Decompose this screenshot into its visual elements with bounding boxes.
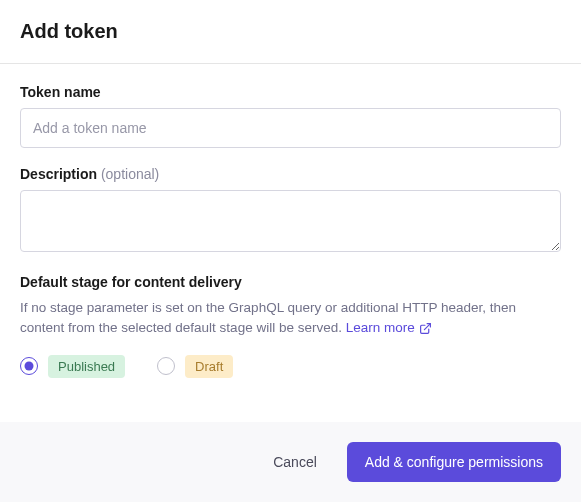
stage-radio-draft[interactable] bbox=[157, 357, 175, 375]
stage-radio-published[interactable] bbox=[20, 357, 38, 375]
stage-tag-draft: Draft bbox=[185, 355, 233, 378]
description-label: Description (optional) bbox=[20, 166, 561, 182]
external-link-icon bbox=[419, 322, 432, 335]
description-field: Description (optional) bbox=[20, 166, 561, 256]
learn-more-link[interactable]: Learn more bbox=[346, 318, 432, 338]
add-configure-permissions-button[interactable]: Add & configure permissions bbox=[347, 442, 561, 482]
dialog-content: Token name Description (optional) Defaul… bbox=[0, 64, 581, 422]
token-name-field: Token name bbox=[20, 84, 561, 148]
learn-more-text: Learn more bbox=[346, 318, 415, 338]
token-name-input[interactable] bbox=[20, 108, 561, 148]
default-stage-help-text: If no stage parameter is set on the Grap… bbox=[20, 300, 516, 335]
cancel-button[interactable]: Cancel bbox=[255, 442, 335, 482]
description-label-text: Description bbox=[20, 166, 97, 182]
default-stage-help: If no stage parameter is set on the Grap… bbox=[20, 298, 561, 339]
default-stage-label: Default stage for content delivery bbox=[20, 274, 561, 290]
dialog-footer: Cancel Add & configure permissions bbox=[0, 422, 581, 502]
stage-option-published[interactable]: Published bbox=[20, 355, 125, 378]
default-stage-field: Default stage for content delivery If no… bbox=[20, 274, 561, 378]
stage-radio-group: Published Draft bbox=[20, 355, 561, 378]
dialog-title: Add token bbox=[20, 20, 561, 43]
description-optional-text: (optional) bbox=[101, 166, 159, 182]
dialog-header: Add token bbox=[0, 0, 581, 64]
stage-option-draft[interactable]: Draft bbox=[157, 355, 233, 378]
token-name-label: Token name bbox=[20, 84, 561, 100]
stage-tag-published: Published bbox=[48, 355, 125, 378]
svg-line-0 bbox=[424, 324, 430, 330]
description-input[interactable] bbox=[20, 190, 561, 252]
